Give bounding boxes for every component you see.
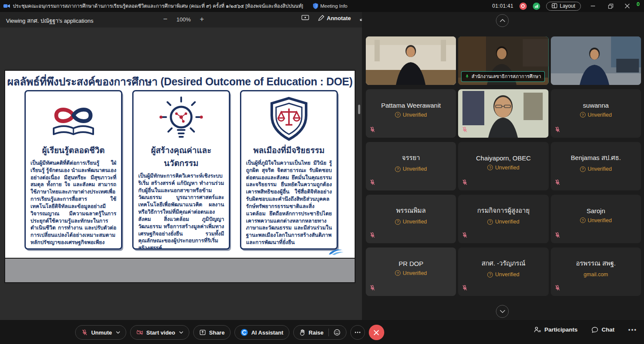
- video-tile[interactable]: สำนักงานเลขาธิการสภาการศึกษา: [458, 36, 548, 85]
- ai-assistant-icon: [240, 329, 248, 336]
- restore-button[interactable]: [605, 2, 617, 10]
- question-icon: ?: [487, 165, 493, 170]
- lightbulb-network-icon: [158, 97, 205, 141]
- swap-shared-screen-icon[interactable]: [301, 15, 309, 21]
- participant-tile[interactable]: Sarojn?Unverified: [551, 195, 641, 243]
- doe-cards: ผู้เรียนรู้ตลอดชีวิต เป็นผู้มีทัศนคติที่…: [24, 90, 338, 250]
- participant-video: [366, 36, 456, 85]
- mic-muted-icon: [369, 284, 376, 293]
- participant-tile[interactable]: อรพรรณ สพฐ.gmail.com: [551, 247, 641, 296]
- participant-tile[interactable]: PR DOP?Unverified: [366, 247, 456, 296]
- infinity-book-icon: [48, 97, 99, 140]
- participants-button[interactable]: Participants: [534, 326, 577, 333]
- recording-indicator-icon[interactable]: [519, 3, 527, 10]
- scroll-up-button[interactable]: [496, 14, 509, 27]
- meeting-title: ประชุมคณะอนุกรรมการสภาการศึกษาด้านการเรี…: [13, 2, 303, 10]
- raise-hand-button[interactable]: Raise: [293, 325, 346, 340]
- question-icon: ?: [580, 166, 586, 172]
- leave-meeting-button[interactable]: [369, 325, 384, 340]
- zoom-meeting-window: ประชุมคณะอนุกรรมการสภาการศึกษาด้านการเรี…: [0, 0, 644, 344]
- chevron-down-icon[interactable]: [116, 331, 120, 334]
- zoom-in-button[interactable]: +: [198, 15, 206, 24]
- mic-muted-icon: [554, 126, 561, 135]
- video-tile[interactable]: [366, 36, 456, 85]
- mic-muted-icon: [462, 126, 468, 135]
- start-video-button[interactable]: Start video: [130, 325, 189, 340]
- panel-resize-handle[interactable]: [358, 105, 360, 114]
- video-tile[interactable]: [458, 89, 548, 138]
- unverified-badge: ?Unverified: [395, 219, 427, 225]
- participant-tile[interactable]: จรรยา?Unverified: [366, 142, 456, 190]
- participant-tile[interactable]: Chaiyaporn, OBEC?Unverified: [458, 142, 548, 190]
- card-heading: ผู้สร้างคุณค่าและนวัตกรรม: [138, 144, 224, 169]
- more-panel-button[interactable]: •••: [628, 326, 637, 333]
- card-body: เป็นผู้มีทัศนคติที่ดีต่อการเรียนรู้ ใฝ่เ…: [30, 160, 116, 246]
- slide-logo-swoosh-icon: [328, 247, 344, 258]
- unverified-badge: ?Unverified: [395, 112, 427, 118]
- question-icon: ?: [395, 112, 401, 118]
- layout-button[interactable]: Layout: [546, 2, 581, 11]
- annotate-button[interactable]: Annotate: [318, 15, 351, 21]
- doe-card: ผู้สร้างคุณค่าและนวัตกรรม เป็นผู้มีทักษะ…: [132, 90, 230, 250]
- slide-footer-strip: [4, 259, 355, 283]
- chevron-down-icon[interactable]: [179, 331, 183, 334]
- mic-muted-icon: [81, 329, 88, 336]
- card-heading: พลเมืองที่มีจริยธรรม: [246, 144, 332, 157]
- shared-screen-area: ผลลัพธ์ที่พึงประสงค์ของการศึกษา (Desired…: [0, 27, 362, 320]
- doe-card: พลเมืองที่มีจริยธรรม เป็นผู้ที่ภูมิใจในค…: [240, 90, 338, 250]
- question-icon: ?: [580, 217, 586, 223]
- participant-tile[interactable]: สกศ. -วรัญภรณ์?Unverified: [458, 247, 548, 296]
- presentation-slide: ผลลัพธ์ที่พึงประสงค์ของการศึกษา (Desired…: [4, 70, 355, 259]
- unverified-badge: ?Unverified: [395, 166, 427, 172]
- participant-name: พรรณพิมล: [396, 205, 426, 216]
- participant-video: [551, 36, 641, 85]
- meeting-timer: 01:01:41: [492, 3, 513, 9]
- share-button[interactable]: Share: [193, 325, 231, 340]
- participant-tile[interactable]: กรมกิจการผู้สูงอายุ?Unverified: [458, 195, 548, 243]
- participant-tile[interactable]: Pattama Weerawanit?Unverified: [366, 89, 456, 138]
- chat-button[interactable]: Chat: [591, 326, 614, 333]
- question-icon: ?: [487, 272, 493, 278]
- zoom-level: 100%: [176, 16, 191, 23]
- close-button[interactable]: [623, 2, 632, 10]
- participant-tile[interactable]: พรรณพิมล?Unverified: [366, 195, 456, 243]
- viewing-label: Viewing สกศ. ปณัฐฐา's applications: [6, 16, 93, 25]
- unverified-badge: ?Unverified: [395, 270, 427, 276]
- doe-card: ผู้เรียนรู้ตลอดชีวิต เป็นผู้มีทัศนคติที่…: [24, 90, 122, 250]
- mic-muted-icon: [369, 179, 376, 187]
- mic-muted-icon: [554, 232, 561, 240]
- shared-screen-bar: Viewing สกศ. ปณัฐฐา's applications − 100…: [0, 12, 362, 27]
- ai-assistant-button[interactable]: AI Assistant: [234, 325, 289, 340]
- emoji-reactions-icon[interactable]: [334, 329, 340, 336]
- mic-muted-icon: [554, 179, 561, 187]
- mic-muted-icon: [369, 126, 376, 135]
- meeting-info-button[interactable]: Meeting Info: [313, 3, 347, 9]
- participant-name: สกศ. -วรัญภรณ์: [481, 258, 525, 269]
- question-icon: ?: [395, 270, 401, 276]
- minimize-button[interactable]: [587, 2, 599, 10]
- participant-tile[interactable]: suwanna?Unverified: [551, 89, 641, 138]
- participant-name: PR DOP: [398, 260, 423, 267]
- participant-name: Pattama Weerawanit: [381, 102, 441, 109]
- unmute-button[interactable]: Unmute: [75, 325, 126, 340]
- mic-muted-icon: [462, 284, 468, 293]
- more-options-button[interactable]: [350, 325, 365, 340]
- participants-grid: สำนักงานเลขาธิการสภาการศึกษา Pattama Wee…: [366, 36, 641, 296]
- layout-grid-icon: [552, 3, 557, 8]
- active-speaker-label: สำนักงานเลขาธิการสภาการศึกษา: [461, 71, 545, 82]
- mic-muted-icon: [369, 232, 376, 240]
- zoom-controls: − 100% +: [161, 15, 206, 24]
- pen-icon: [318, 15, 324, 21]
- participant-name: Benjamas สป.ศธ.: [571, 153, 621, 163]
- question-icon: ?: [395, 219, 401, 225]
- zoom-out-button[interactable]: −: [161, 15, 169, 24]
- mic-muted-icon: [462, 232, 468, 240]
- chat-bubble-icon: [591, 326, 598, 333]
- scroll-down-button[interactable]: [496, 305, 509, 318]
- video-tile[interactable]: [551, 36, 641, 85]
- unverified-badge: ?Unverified: [580, 217, 612, 223]
- network-stats-icon[interactable]: [533, 3, 540, 10]
- meeting-toolbar: Unmute Start video Share: [0, 320, 644, 344]
- mic-on-icon: [465, 74, 469, 79]
- participant-tile[interactable]: Benjamas สป.ศธ.?Unverified: [551, 142, 641, 190]
